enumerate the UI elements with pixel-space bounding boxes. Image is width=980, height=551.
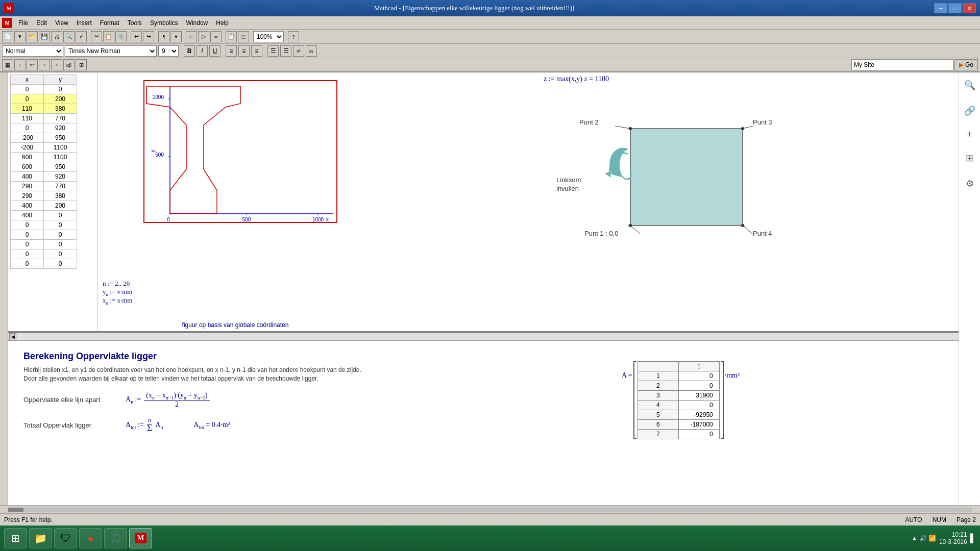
undo-button[interactable]: ↩: [131, 31, 142, 42]
site-input[interactable]: [851, 59, 953, 70]
menu-tools[interactable]: Tools: [124, 18, 146, 28]
graph-tool[interactable]: ▦: [2, 59, 13, 70]
alpha-tool[interactable]: αβ: [63, 59, 75, 70]
go-button[interactable]: ▶ Go: [954, 59, 978, 70]
svg-line-30: [630, 226, 641, 234]
menu-insert[interactable]: Insert: [72, 18, 96, 28]
table-row: 290770: [11, 182, 77, 191]
menu-symbolics[interactable]: Symbolics: [146, 18, 182, 28]
collapse-button[interactable]: ◀: [9, 333, 16, 340]
settings-sidebar-icon[interactable]: ⚙: [962, 176, 977, 191]
left-scrollbar[interactable]: [0, 72, 8, 505]
underline-button[interactable]: U: [209, 45, 220, 57]
menu-help[interactable]: Help: [212, 18, 233, 28]
main-content: x y 0002001103801107700920-200950-200110…: [8, 72, 959, 505]
cut-button[interactable]: ✂: [91, 31, 102, 42]
tb-icon3[interactable]: ▷: [198, 31, 209, 42]
style-select[interactable]: Normal: [2, 45, 63, 57]
copy-button[interactable]: 📋: [103, 31, 114, 42]
svg-text:Punt 3: Punt 3: [753, 118, 772, 126]
lt-tool[interactable]: <: [39, 59, 50, 70]
table-cell: 110: [11, 104, 44, 114]
paste-button[interactable]: 📎: [115, 31, 127, 42]
size-select[interactable]: 9: [158, 45, 179, 57]
matrix-tool[interactable]: ⊞: [76, 59, 87, 70]
menu-window[interactable]: Window: [182, 18, 212, 28]
horizontal-scrollbar[interactable]: [0, 505, 980, 513]
maximize-button[interactable]: □: [948, 3, 962, 13]
table-row: -200950: [11, 133, 77, 143]
tb-icon4[interactable]: =: [210, 31, 222, 42]
table-cell: 0: [11, 230, 44, 240]
new-button[interactable]: 📄: [2, 31, 13, 42]
table-cell: 770: [44, 114, 77, 123]
standard-toolbar: 📄 ▾ 📂 💾 🖨 🔍 ✓ ✂ 📋 📎 ↩ ↪ ¶ ▼ f() ▷ = 📋 □ …: [0, 30, 980, 44]
mathcad-taskbar-button[interactable]: M: [129, 528, 152, 548]
print-preview[interactable]: 🔍: [63, 31, 75, 42]
table-cell: 0: [44, 249, 77, 259]
tb-icon6[interactable]: □: [238, 31, 249, 42]
menu-file[interactable]: File: [14, 18, 32, 28]
connect-sidebar-icon[interactable]: 🔗: [962, 103, 977, 118]
show-desktop-icon[interactable]: ▌: [970, 534, 976, 543]
eq-tool[interactable]: x=: [27, 59, 38, 70]
svg-text:x: x: [326, 215, 329, 223]
help-button[interactable]: ?: [288, 31, 299, 42]
close-button[interactable]: ✕: [963, 3, 976, 13]
windows-sidebar-icon[interactable]: ⊞: [962, 151, 977, 166]
svg-text:0: 0: [167, 217, 170, 222]
matrix-row: 6-187000: [638, 420, 719, 430]
gt-tool[interactable]: >: [51, 59, 62, 70]
bottom-formulas: n := 2.. 20 yn := v·mm xn := x·mm: [103, 280, 132, 306]
matrix-value: 31900: [678, 391, 719, 400]
browser-button[interactable]: ●: [79, 528, 102, 548]
arrow-button[interactable]: ▾: [14, 31, 26, 42]
minimize-button[interactable]: ─: [934, 3, 947, 13]
spell-check[interactable]: ✓: [76, 31, 87, 42]
list-button[interactable]: ☰: [267, 45, 279, 57]
tb-icon5[interactable]: 📋: [226, 31, 237, 42]
table-cell: 0: [44, 259, 77, 269]
matrix-label: A =: [622, 371, 632, 380]
redo-button[interactable]: ↪: [143, 31, 154, 42]
security-button[interactable]: 🛡: [54, 528, 77, 548]
tb-icon2[interactable]: ▼: [170, 31, 182, 42]
scroll-thumb[interactable]: [8, 508, 23, 512]
search-sidebar-icon[interactable]: 🔍: [962, 78, 977, 93]
start-button[interactable]: ⊞: [4, 528, 27, 548]
bottom-section: Berekening Oppervlakte ligger Hierbij st…: [8, 341, 959, 505]
data-table-panel: x y 0002001103801107700920-200950-200110…: [8, 72, 97, 331]
align-center[interactable]: ≡: [238, 45, 250, 57]
table-row: 00: [11, 85, 77, 94]
menu-format[interactable]: Format: [96, 18, 124, 28]
open-button[interactable]: 📂: [27, 31, 38, 42]
system-tray: ▲ 🔊 📶 10:21 10-3-2016 ▌: [911, 531, 976, 546]
print-button[interactable]: 🖨: [51, 31, 62, 42]
menu-edit[interactable]: Edit: [32, 18, 51, 28]
insert-func[interactable]: f(): [186, 31, 197, 42]
align-right[interactable]: ≡: [251, 45, 262, 57]
table-cell: 0: [44, 211, 77, 220]
font-select[interactable]: Times New Roman: [65, 45, 157, 57]
table-cell: 200: [44, 201, 77, 211]
list2-button[interactable]: ☰: [280, 45, 291, 57]
table-row: 400200: [11, 201, 77, 211]
menu-view[interactable]: View: [51, 18, 72, 28]
cross-tool[interactable]: +: [14, 59, 26, 70]
save-button[interactable]: 💾: [39, 31, 50, 42]
zoom-select[interactable]: 100% 75% 50%: [253, 31, 284, 42]
superscript-button[interactable]: x²: [293, 45, 304, 57]
calculation-panel: Berekening Oppervlakte ligger Hierbij st…: [8, 341, 611, 505]
tb-icon1[interactable]: ¶: [158, 31, 169, 42]
file-explorer-button[interactable]: 📁: [29, 528, 52, 548]
subscript-button[interactable]: x₂: [306, 45, 317, 57]
align-left[interactable]: ≡: [226, 45, 237, 57]
right-sidebar: 🔍 🔗 + ⊞ ⚙: [959, 72, 980, 505]
table-cell: 600: [11, 153, 44, 162]
matrix-unit: ·mm²: [725, 371, 740, 380]
italic-button[interactable]: I: [197, 45, 208, 57]
bold-button[interactable]: B: [184, 45, 195, 57]
plus-icon[interactable]: +: [967, 129, 972, 140]
matrix-row: 20: [638, 381, 719, 391]
music-button[interactable]: 🎵: [104, 528, 127, 548]
